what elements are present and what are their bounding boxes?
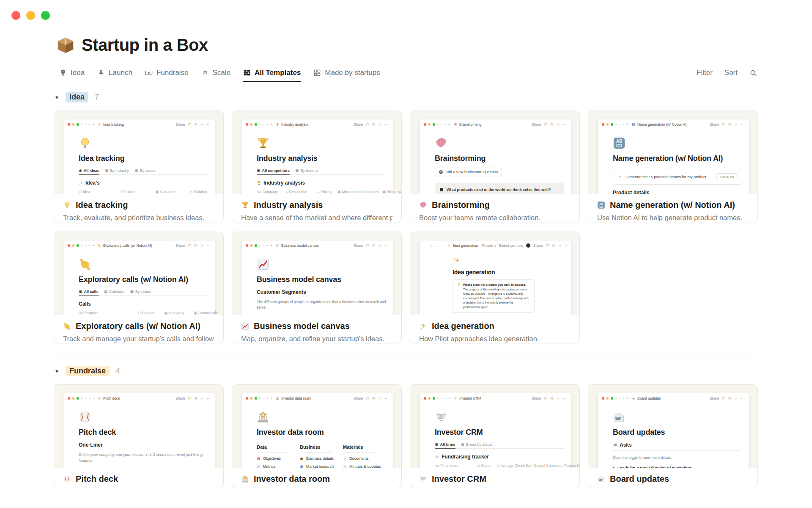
filter-button[interactable]: Filter: [697, 69, 713, 77]
mini-table-header-label: Description: [289, 190, 307, 194]
envelope-icon: [632, 397, 635, 400]
mini-topbar-actions: Edited just nowShare◻◷☆⋯: [499, 243, 568, 248]
new-tab-icon: +: [626, 396, 628, 400]
mini-traffic-dot: [68, 244, 70, 247]
nav-tab-made-by-startups[interactable]: Made by startups: [313, 64, 380, 82]
template-card-pitch-deck[interactable]: ≡‹›+Pitch deckShare◻◷☆⋯Pitch deckOne-Lin…: [54, 384, 224, 488]
mini-traffic-dot: [77, 397, 79, 400]
money-wings-icon: [435, 455, 439, 459]
mini-table-header-cell: ▣Contact role: [194, 309, 223, 315]
card-title-text: Investor CRM: [432, 474, 486, 484]
section-count: 4: [116, 367, 120, 375]
template-card-investor-crm[interactable]: ≡‹›+Investor CRMShare◻◷☆⋯Investor CRM▣Al…: [410, 384, 580, 488]
mini-table-header-cell: ≡Description: [286, 188, 317, 194]
template-card-investor-data-room[interactable]: ≡‹›+$Investor data roomShare◻◷☆⋯$Investo…: [232, 384, 402, 488]
mini-window-topbar: ≡‹›+BrainstormingShare◻◷☆⋯: [420, 119, 571, 128]
mini-traffic-dot: [602, 123, 604, 126]
template-card-board-updates[interactable]: ≡‹›+Board updatesShare◻◷☆⋯Board updatesA…: [588, 384, 758, 488]
section-toggle-icon[interactable]: ▼: [55, 369, 59, 374]
card-thumbnail: ≡‹›+Industry analysisShare◻◷☆⋯Industry a…: [232, 111, 401, 194]
view-icon: ▣: [435, 442, 439, 447]
mini-traffic-dot: [246, 397, 248, 400]
menu-icon: ≡: [259, 243, 261, 248]
comment-icon: ◻: [366, 243, 369, 248]
template-card-idea-generation[interactable]: ≡←→Idea generationPrivate ∨Edited just n…: [410, 232, 580, 343]
nav-tab-fundraise[interactable]: Fundraise: [145, 64, 189, 82]
mini-traffic-dot: [433, 397, 435, 400]
mini-callout-text: What products exist in the world we thin…: [447, 187, 551, 193]
mini-topbar-actions: Share◻◷☆⋯: [532, 396, 567, 400]
mini-table-header-label: Company: [169, 311, 184, 315]
template-card-business-model-canvas[interactable]: ≡‹›+Business model canvasShare◻◷☆⋯Busine…: [232, 232, 402, 343]
card-title: $Investor data room: [241, 474, 392, 484]
mini-view-tab: ▦Calendar: [104, 290, 125, 296]
card-thumbnail: ≡‹›+Board updatesShare◻◷☆⋯Board updatesA…: [588, 385, 757, 468]
comment-icon: ◻: [366, 122, 369, 127]
search-icon[interactable]: [749, 69, 757, 77]
more-icon: ⋯: [207, 396, 211, 400]
share-button: Share: [354, 396, 363, 400]
sort-button[interactable]: Sort: [724, 69, 738, 77]
mini-window-preview: ≡‹›+Pitch deckShare◻◷☆⋯Pitch deckOne-Lin…: [63, 393, 215, 468]
nav-tab-idea[interactable]: Idea: [59, 64, 85, 82]
mini-table-header-cell: #Capital Committed: [531, 462, 561, 468]
mini-view-tab: ▣By status: [130, 290, 151, 296]
property-icon: ≡: [317, 190, 319, 194]
view-tab-label: By status: [140, 168, 155, 173]
close-window-button[interactable]: [11, 11, 20, 20]
menu-icon: ≡: [81, 396, 83, 400]
card-title-text: Name generation (w/ Notion AI): [610, 200, 735, 210]
zoom-window-button[interactable]: [41, 11, 50, 20]
svg-text:CD: CD: [599, 205, 604, 208]
star-icon: ☆: [735, 396, 738, 400]
mini-window-topbar: ≡‹›+Industry analysisShare◻◷☆⋯: [241, 119, 393, 128]
forward-icon: ›: [623, 122, 624, 127]
mini-window-topbar: ≡‹›+Business model canvasShare◻◷☆⋯: [241, 240, 393, 249]
mini-window-body: Exploratory calls (w/ Notion AI)▣All cal…: [63, 258, 215, 315]
comment-icon: ◻: [188, 396, 191, 400]
template-card-brainstorming[interactable]: ≡‹›+BrainstormingShare◻◷☆⋯Brainstorming?…: [410, 110, 580, 222]
template-card-industry-analysis[interactable]: ≡‹›+Industry analysisShare◻◷☆⋯Industry a…: [232, 110, 402, 222]
nav-tab-launch[interactable]: Launch: [97, 64, 132, 82]
template-card-idea-tracking[interactable]: ≡‹›+Idea trackingShare◻◷☆⋯Idea tracking◉…: [54, 110, 224, 222]
mini-callout-strong: Please state the problem you want to dis…: [463, 283, 526, 286]
section-divider: [54, 356, 758, 356]
mini-table-header-cell: ≡Pricing: [317, 188, 337, 194]
template-card-name-generation[interactable]: ≡‹›+ABCDName generation (w/ Notion AI)Sh…: [588, 110, 758, 222]
mini-traffic-dot: [246, 123, 248, 126]
updates-icon: ◷: [194, 243, 198, 248]
nav-tab-all-templates[interactable]: All Templates: [243, 64, 301, 82]
updates-icon: ◷: [372, 396, 376, 400]
mini-window-topbar: ≡←→Idea generationPrivate ∨Edited just n…: [420, 240, 571, 249]
mini-traffic-dot: [68, 123, 70, 126]
todo-icon: [440, 188, 443, 191]
mini-section-heading-text: Customer Segments: [257, 289, 306, 295]
mini-button-label: Add a new brainstorm question: [445, 170, 498, 174]
mini-table-header-label: Company: [262, 190, 277, 194]
mini-table-header-label: Status: [481, 464, 491, 468]
minimize-window-button[interactable]: [26, 11, 35, 20]
section-count: 7: [95, 93, 99, 102]
view-icon: ▣: [295, 168, 299, 173]
card-title: Brainstorming: [419, 200, 571, 210]
section-toggle-icon[interactable]: ▼: [55, 95, 59, 100]
updates-icon: ◷: [372, 122, 376, 127]
nav-tab-scale[interactable]: Scale: [201, 64, 230, 82]
mini-window-preview: ≡‹›+Board updatesShare◻◷☆⋯Board updatesA…: [598, 393, 749, 468]
mini-traffic-dot: [606, 397, 609, 400]
mini-page-icon: [257, 258, 386, 271]
view-tab-label: Calendar: [109, 290, 125, 294]
template-card-exploratory-calls[interactable]: ≡‹›+Exploratory calls (w/ Notion AI)Shar…: [54, 232, 224, 343]
question-icon: ?: [439, 170, 443, 174]
mini-view-tab: ▣By feature: [295, 168, 318, 175]
mini-section-heading-text: Idea’s: [85, 180, 100, 186]
mini-section-heading: Industry analysis: [257, 180, 386, 186]
mini-column-title: Business: [300, 444, 332, 453]
abcd-icon: ABCD: [632, 123, 635, 126]
mini-view-tabs: ▣All calls▦Calendar▣By status: [79, 290, 208, 296]
mini-page-link: Market research: [300, 464, 332, 468]
mini-traffic-dot: [424, 397, 426, 400]
mini-table-header-cell: #Average Check Size: [497, 462, 531, 468]
mini-page-title: Business model canvas: [257, 275, 386, 284]
card-thumbnail: ≡‹›+Pitch deckShare◻◷☆⋯Pitch deckOne-Lin…: [54, 385, 223, 468]
